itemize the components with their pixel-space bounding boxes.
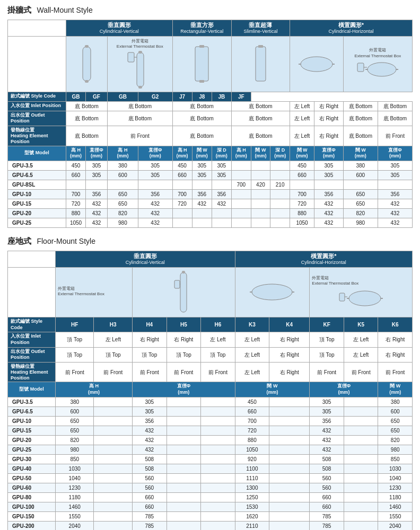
style-code-row: 款式編號 Style Code GB GF GB G2 J7 J8 JB JF xyxy=(8,92,413,101)
dim-phi-gb: 直徑Φ(mm) xyxy=(86,146,108,161)
floor-mount-title: 座地式 Floor-Mount Style xyxy=(7,236,413,246)
floor-inlet-k6: 右 Right xyxy=(378,332,413,347)
floor-outlet-k4: 右 Right xyxy=(269,347,310,362)
svg-rect-9 xyxy=(199,45,204,48)
heating-rv: 底 Bottom xyxy=(172,126,231,146)
dim-w-j7: 闊 W(mm) xyxy=(290,146,314,161)
floor-heating-h3: 前 Front xyxy=(94,363,133,382)
cv-gf-img xyxy=(110,50,170,90)
floor-ch-header: 橫置圓形* Cylindrical-Horizontal xyxy=(235,251,412,267)
group-ch-en: Cylindrical-Horizontal xyxy=(292,29,410,35)
svg-rect-12 xyxy=(258,45,263,48)
floor-inlet-label: 入水位置 Inlet Position xyxy=(8,332,56,347)
svg-rect-11 xyxy=(256,47,266,81)
ch-jbf-img xyxy=(346,59,410,80)
floor-empty-header xyxy=(8,251,56,267)
svg-rect-7 xyxy=(138,86,142,89)
style-code-label: 款式編號 Style Code xyxy=(8,92,66,101)
floor-outlet-h4: 頂 Top xyxy=(133,347,167,362)
code-h4: H4 xyxy=(133,317,167,332)
floor-cv-en: Cylindrical-Vertical xyxy=(57,260,233,266)
ch-jbf-thermostat-label: 外置電箱External Thermostat Box xyxy=(346,48,410,59)
floor-heating-k5: 前 Front xyxy=(344,363,378,382)
floor-dim-h: 高 H(mm) xyxy=(56,382,133,397)
svg-rect-16 xyxy=(357,63,364,72)
floor-heating-h6: 前 Front xyxy=(201,363,235,382)
code-h5: H5 xyxy=(167,317,201,332)
floor-heating-k6: 前 Front xyxy=(378,363,413,382)
group-cv-zh: 垂直圓形 xyxy=(68,21,171,29)
floor-cv-thermostat-cell: 外置電箱External Thermostat Box xyxy=(56,267,133,317)
floor-heating-h4: 前 Front xyxy=(133,363,167,382)
code-k3: K3 xyxy=(235,317,269,332)
floor-model-row: GPU-6.5600305660305600 xyxy=(8,407,413,416)
floor-ch-thermostat-label: 外置電箱External Thermostat Box xyxy=(312,276,410,288)
wall-mount-section: 掛牆式 Wall-Mount Style 垂直圓形 Cylindrical-Ve… xyxy=(7,5,413,228)
heating-sv: 底 Bottom xyxy=(231,126,290,146)
floor-ch-en: Cylindrical-Horizontal xyxy=(237,260,410,266)
floor-outlet-h5: 頂 Top xyxy=(167,347,201,362)
floor-ch-zh: 橫置圓形* xyxy=(237,252,410,260)
inlet-jf: 底 Bottom xyxy=(378,101,412,111)
wall-model-row: GPU-6.5660305600305660305305660305600305 xyxy=(8,170,413,180)
floor-inlet-k3: 左 Left xyxy=(235,332,269,347)
svg-point-13 xyxy=(301,57,332,72)
group-cv-en: Cylindrical-Vertical xyxy=(68,29,171,35)
floor-outlet-hf: 頂 Top xyxy=(56,347,94,362)
floor-inlet-row: 入水位置 Inlet Position 頂 Top 左 Left 右 Right… xyxy=(8,332,413,347)
inlet-sv: 底 Bottom xyxy=(231,101,290,111)
code-hf: HF xyxy=(56,317,94,332)
inlet-jb: 底 Bottom xyxy=(343,101,378,111)
code-jb: JB xyxy=(212,92,231,101)
floor-col-group-header: 垂直圓形 Cylindrical-Vertical 橫置圓形* Cylindri… xyxy=(8,251,413,267)
wall-mount-body: GPU-3.5450305380305450305305450305380305… xyxy=(8,161,413,227)
dim-h-gf: 高 H(mm) xyxy=(107,146,138,161)
floor-heating-hf: 前 Front xyxy=(56,363,94,382)
group-ch-zh: 橫置圓形* xyxy=(292,21,410,29)
floor-cv-thermostat-label: 外置電箱External Thermostat Box xyxy=(58,286,130,298)
dim-header-row: 型號 Model 高 H(mm) 直徑Φ(mm) 高 H(mm) 直徑Φ(mm)… xyxy=(8,146,413,161)
outlet-row: 出水位置 Outlet Position 底 Bottom 底 Bottom 底… xyxy=(8,111,413,126)
dim-w-jb: 闊 W(mm) xyxy=(343,146,378,161)
code-gb2: GB xyxy=(107,92,138,101)
inlet-j8: 右 Right xyxy=(314,101,344,111)
heating-jb: 底 Bottom xyxy=(343,126,378,146)
rv-gb-img-cell xyxy=(172,36,231,92)
dim-phi-jf: 直徑Φ(mm) xyxy=(378,146,412,161)
floor-empty-img xyxy=(8,267,56,317)
svg-rect-23 xyxy=(174,280,180,288)
wall-model-row: GPU-15720432650432720432432720432650432 xyxy=(8,199,413,208)
floor-inlet-h3: 左 Left xyxy=(94,332,133,347)
floor-model-row: GPU-200204078521107852040 xyxy=(8,521,413,530)
dim-h-rv: 高 H(mm) xyxy=(172,146,192,161)
code-h6: H6 xyxy=(201,317,235,332)
inlet-j7: 左 Left xyxy=(290,101,314,111)
wall-mount-table: 垂直圓形 Cylindrical-Vertical 垂直方形 Rectangul… xyxy=(7,20,413,228)
floor-model-row: GPU-10650356700356650 xyxy=(8,416,413,426)
floor-inlet-h4: 右 Right xyxy=(133,332,167,347)
floor-model-row: GPU-150155078516207851550 xyxy=(8,511,413,521)
floor-outlet-k3: 左 Left xyxy=(235,347,269,362)
floor-ch-img xyxy=(238,281,308,303)
svg-point-18 xyxy=(368,63,396,76)
floor-heating-k3: 左 Left xyxy=(235,363,269,382)
floor-inlet-h6: 左 Left xyxy=(201,332,235,347)
floor-dim-w-kf: 闊 W(mm) xyxy=(378,382,413,397)
code-k6: K6 xyxy=(378,317,413,332)
group-sv-header: 垂直超薄 Slimline-Vertical xyxy=(231,20,290,37)
floor-model-row: GPU-100146066015306601460 xyxy=(8,502,413,511)
group-sv-en: Slimline-Vertical xyxy=(233,29,288,35)
code-j7: J7 xyxy=(172,92,192,101)
sv-g2-img-cell xyxy=(231,36,290,92)
svg-rect-28 xyxy=(339,293,345,301)
code-k5: K5 xyxy=(344,317,378,332)
floor-dim-w-k: 闊 W(mm) xyxy=(235,382,310,397)
dim-phi-gf: 直徑Φ(mm) xyxy=(138,146,172,161)
floor-model-row: GPU-80118066012506601180 xyxy=(8,492,413,502)
cv-gb-img xyxy=(68,44,105,84)
floor-model-header-label: 型號 Model xyxy=(8,382,56,397)
floor-model-row: GPU-50104056011105601040 xyxy=(8,473,413,483)
code-kf: KF xyxy=(310,317,344,332)
floor-heating-k4: 右 Right xyxy=(269,363,310,382)
floor-mount-title-zh: 座地式 xyxy=(7,236,31,245)
